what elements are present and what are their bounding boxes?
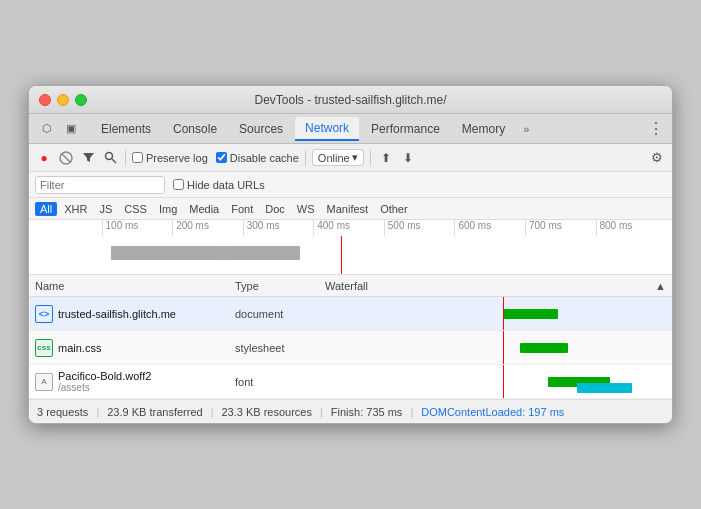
maximize-button[interactable] — [75, 94, 87, 106]
filter-button[interactable] — [79, 149, 97, 167]
devtools-window: DevTools - trusted-sailfish.glitch.me/ ⬡… — [28, 85, 673, 424]
online-label: Online — [318, 152, 350, 164]
tab-menu-button[interactable]: ⋮ — [648, 119, 664, 138]
col-header-type[interactable]: Type — [229, 280, 319, 292]
export-button[interactable]: ⬇ — [399, 149, 417, 167]
close-button[interactable] — [39, 94, 51, 106]
hide-data-urls-checkbox[interactable] — [173, 179, 184, 190]
table-row[interactable]: css main.css stylesheet — [29, 331, 672, 365]
tab-sources[interactable]: Sources — [229, 118, 293, 140]
wf-bar-2 — [520, 343, 568, 353]
css-icon: css — [35, 339, 53, 357]
preserve-log-group[interactable]: Preserve log — [132, 152, 208, 164]
type-btn-other[interactable]: Other — [375, 202, 413, 216]
tab-network[interactable]: Network — [295, 117, 359, 141]
type-btn-font[interactable]: Font — [226, 202, 258, 216]
tab-elements[interactable]: Elements — [91, 118, 161, 140]
preserve-log-checkbox[interactable] — [132, 152, 143, 163]
tab-console[interactable]: Console — [163, 118, 227, 140]
col-header-name[interactable]: Name — [29, 280, 229, 292]
filter-input[interactable] — [35, 176, 165, 194]
type-btn-js[interactable]: JS — [94, 202, 117, 216]
font-icon: A — [35, 373, 53, 391]
type-btn-ws[interactable]: WS — [292, 202, 320, 216]
status-requests: 3 requests — [37, 406, 88, 418]
table-row[interactable]: <> trusted-sailfish.glitch.me document — [29, 297, 672, 331]
tab-more-button[interactable]: » — [519, 121, 533, 137]
ruler-mark-700: 700 ms — [525, 220, 596, 236]
svg-line-3 — [112, 159, 116, 163]
ruler-mark-600: 600 ms — [454, 220, 525, 236]
statusbar: 3 requests | 23.9 KB transferred | 23.3 … — [29, 399, 672, 423]
timeline-area: 100 ms 200 ms 300 ms 400 ms 500 ms 600 m… — [29, 220, 672, 275]
titlebar: DevTools - trusted-sailfish.glitch.me/ — [29, 86, 672, 114]
tabbar: ⬡ ▣ Elements Console Sources Network Per… — [29, 114, 672, 144]
hide-data-urls-group[interactable]: Hide data URLs — [173, 179, 265, 191]
wf-redline-3 — [503, 365, 504, 398]
search-button[interactable] — [101, 149, 119, 167]
cell-name-2: css main.css — [29, 339, 229, 357]
toolbar-divider-1 — [125, 150, 126, 166]
preserve-log-label: Preserve log — [146, 152, 208, 164]
window-title: DevTools - trusted-sailfish.glitch.me/ — [254, 93, 446, 107]
tab-performance[interactable]: Performance — [361, 118, 450, 140]
wf-bar-1 — [503, 309, 558, 319]
type-btn-img[interactable]: Img — [154, 202, 182, 216]
ruler-mark-500: 500 ms — [384, 220, 455, 236]
cell-name-3: A Pacifico-Bold.woff2 /assets — [29, 370, 229, 393]
cell-waterfall-2 — [319, 331, 672, 364]
import-button[interactable]: ⬆ — [377, 149, 395, 167]
minimize-button[interactable] — [57, 94, 69, 106]
record-button[interactable]: ● — [35, 149, 53, 167]
wf-redline-1 — [503, 297, 504, 330]
filename-3: Pacifico-Bold.woff2 — [58, 370, 151, 382]
waterfall-label: Waterfall — [325, 280, 368, 292]
filename-1: trusted-sailfish.glitch.me — [58, 308, 176, 320]
table-row[interactable]: A Pacifico-Bold.woff2 /assets font — [29, 365, 672, 399]
toolbar-divider-2 — [305, 150, 306, 166]
cursor-icon[interactable]: ⬡ — [37, 119, 57, 139]
cell-name-1: <> trusted-sailfish.glitch.me — [29, 305, 229, 323]
timeline-bar-1 — [111, 246, 225, 260]
filter-bar: Hide data URLs — [29, 172, 672, 198]
type-btn-all[interactable]: All — [35, 202, 57, 216]
col-header-waterfall[interactable]: Waterfall ▲ — [319, 280, 672, 292]
hide-data-urls-label: Hide data URLs — [187, 179, 265, 191]
timeline-chart — [35, 236, 666, 275]
device-icon[interactable]: ▣ — [61, 119, 81, 139]
timeline-bar-2 — [224, 246, 300, 260]
filename-2: main.css — [58, 342, 101, 354]
type-btn-manifest[interactable]: Manifest — [322, 202, 374, 216]
waterfall-sort-icon: ▲ — [655, 280, 666, 292]
status-transferred: 23.9 KB transferred — [107, 406, 202, 418]
tab-icons: ⬡ ▣ — [37, 119, 81, 139]
type-btn-css[interactable]: CSS — [119, 202, 152, 216]
subpath-3: /assets — [58, 382, 151, 393]
ruler-mark-300: 300 ms — [243, 220, 314, 236]
ruler-mark-800: 800 ms — [596, 220, 667, 236]
status-finish: Finish: 735 ms — [331, 406, 403, 418]
settings-button[interactable]: ⚙ — [648, 149, 666, 167]
disable-cache-checkbox[interactable] — [216, 152, 227, 163]
tab-memory[interactable]: Memory — [452, 118, 515, 140]
traffic-lights — [39, 94, 87, 106]
status-resources: 23.3 KB resources — [221, 406, 312, 418]
cell-type-3: font — [229, 376, 319, 388]
online-selector[interactable]: Online ▾ — [312, 149, 364, 166]
disable-cache-group[interactable]: Disable cache — [216, 152, 299, 164]
svg-point-2 — [105, 153, 112, 160]
toolbar-divider-3 — [370, 150, 371, 166]
ruler-mark-100: 100 ms — [102, 220, 173, 236]
cell-type-2: stylesheet — [229, 342, 319, 354]
disable-cache-label: Disable cache — [230, 152, 299, 164]
type-btn-doc[interactable]: Doc — [260, 202, 290, 216]
ruler-mark-200: 200 ms — [172, 220, 243, 236]
svg-line-1 — [62, 154, 70, 162]
type-btn-xhr[interactable]: XHR — [59, 202, 92, 216]
network-toolbar: ● Preserve log Disable cache — [29, 144, 672, 172]
ruler-mark-400: 400 ms — [313, 220, 384, 236]
network-table: Name Type Waterfall ▲ <> trusted-sailfis… — [29, 275, 672, 399]
ruler-mark-0 — [35, 220, 102, 236]
stop-button[interactable] — [57, 149, 75, 167]
type-btn-media[interactable]: Media — [184, 202, 224, 216]
